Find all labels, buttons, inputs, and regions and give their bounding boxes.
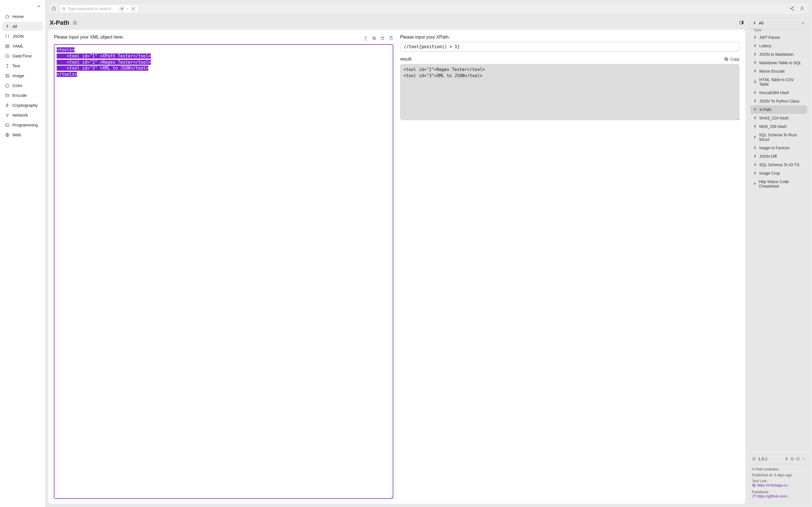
tool-item-label: SQL Schema To IO-TS	[759, 163, 799, 167]
paste-button[interactable]	[389, 36, 393, 41]
info-desc: X-Path evalution	[752, 467, 806, 471]
tool-list-item[interactable]: Keccak384 Hash	[750, 89, 807, 97]
sidebar-collapse-button[interactable]	[37, 4, 41, 9]
tool-list-item[interactable]: Image Crop	[750, 169, 807, 177]
share-icon	[790, 6, 794, 11]
tool-item-label: X-Path	[759, 107, 771, 112]
sidebar-item-all[interactable]: All	[2, 22, 43, 31]
result-box[interactable]: <tool id="2">Regex Tester</tool> <tool i…	[400, 64, 740, 120]
panel-toggle-button[interactable]	[739, 20, 744, 25]
sidebar-item-network[interactable]: Network	[2, 110, 43, 120]
favorite-button[interactable]	[73, 20, 77, 25]
tool-list-item[interactable]: JSON Diff	[750, 152, 807, 161]
sidebar-item-text[interactable]: Text	[2, 61, 43, 70]
copy-xml-button[interactable]	[372, 36, 376, 41]
pin-icon	[753, 124, 757, 128]
sidebar-item-encode[interactable]: Encode	[2, 91, 43, 100]
pin-icon	[753, 44, 757, 48]
pin-icon	[753, 36, 757, 40]
home-icon	[5, 14, 10, 19]
sidebar-item-json[interactable]: JSON	[2, 32, 43, 41]
pin-icon	[753, 116, 757, 120]
copy-icon	[752, 483, 756, 487]
sidebar-item-cryptography[interactable]: Cryptography	[2, 101, 43, 110]
page-header: X-Path	[48, 17, 746, 29]
info-feedback: Feedback: https://github.com/…	[752, 490, 806, 499]
tool-list-item[interactable]: HTML Table to CSV Table	[750, 75, 807, 89]
tool-list-item[interactable]: JSON To Python Class	[750, 97, 807, 105]
chevron-down-icon[interactable]	[802, 457, 806, 461]
tool-item-label: Image Crop	[759, 171, 780, 175]
tool-item-label: Markdown Table to SQL	[759, 61, 801, 65]
sidebar-item-label: Text	[12, 63, 20, 68]
copy-icon	[372, 36, 376, 41]
xml-editor[interactable]: <tools> <tool id="1" >XPath Tester</tool…	[54, 44, 393, 499]
xml-line: <tool id="2" >Regex Tester</tool>	[57, 60, 151, 65]
upload-button[interactable]	[363, 36, 368, 41]
sidebar-item-home[interactable]: Home	[2, 12, 43, 21]
sidebar-item-label: All	[12, 24, 17, 29]
tool-list-item[interactable]: X-Path	[750, 105, 807, 114]
wifi-icon	[5, 113, 10, 117]
tool-panel: Please input your XML object here: <tool…	[48, 29, 746, 504]
home-button[interactable]	[52, 6, 56, 11]
tool-list-item[interactable]: JWT Parser	[750, 33, 807, 42]
svg-rect-5	[6, 74, 9, 77]
tool-list-item[interactable]: Morse Encode	[750, 67, 807, 75]
pin-icon	[753, 91, 757, 95]
tool-list-item[interactable]: SHA3_224 Hash	[750, 114, 807, 122]
sidebar-item-programming[interactable]: Programming	[2, 120, 43, 129]
tool-list-item[interactable]: SQL Schema To Rust Struct	[750, 131, 807, 144]
share-button[interactable]	[789, 5, 795, 13]
copy-result-button[interactable]: Copy	[724, 57, 740, 61]
svg-rect-21	[373, 37, 375, 39]
tool-list-item[interactable]: SQL Schema To IO-TS	[750, 161, 807, 169]
search-input[interactable]	[68, 6, 117, 11]
sidebar-item-label: JSON	[12, 34, 24, 39]
sidebar-item-image[interactable]: Image	[2, 71, 43, 80]
tool-list-item[interactable]: Lottery	[750, 42, 807, 50]
xpath-input[interactable]	[400, 42, 740, 52]
check-circle-icon	[796, 457, 800, 461]
pin-icon	[753, 52, 757, 56]
tool-list-item[interactable]: Http Status Code Cheatsheet	[750, 177, 807, 190]
clear-button[interactable]	[380, 36, 385, 41]
xml-line: <tool id="3" >XML to JSON</tool>	[57, 66, 148, 71]
tool-list-item[interactable]: JSON to Markdown	[750, 50, 807, 59]
pin-icon	[753, 80, 757, 84]
sidebar-item-label: Image	[12, 73, 24, 78]
tool-list[interactable]: Table JWT ParserLotteryJSON to MarkdownM…	[749, 29, 809, 450]
chevron-down-icon	[801, 21, 805, 25]
tool-link[interactable]: https://t.he3app.co…	[752, 483, 791, 487]
feedback-link[interactable]: https://github.com/…	[752, 494, 791, 498]
sidebar-item-web[interactable]: Web	[2, 130, 43, 139]
svg-rect-29	[753, 485, 755, 487]
xml-column: Please input your XML object here: <tool…	[54, 35, 393, 499]
upload-icon	[363, 36, 368, 41]
sidebar-item-color[interactable]: Color	[2, 81, 43, 90]
text-icon	[5, 64, 10, 68]
result-line: <tool id="2">Regex Tester</tool>	[403, 67, 485, 72]
sidebar-item-datetime[interactable]: Date/Time	[2, 51, 43, 61]
sidebar-item-yaml[interactable]: YAML	[2, 41, 43, 51]
pin-icon	[753, 171, 757, 175]
pin-icon	[753, 135, 757, 139]
tool-list-item[interactable]: Image to Favicon	[750, 144, 807, 152]
tool-list-item[interactable]: MD6_256 Hash	[750, 122, 807, 131]
content-card: X-Path Please input your XML object here…	[48, 17, 746, 504]
info-meta-icons	[784, 457, 806, 461]
account-button[interactable]	[799, 5, 806, 13]
user-icon	[800, 6, 804, 11]
search-box[interactable]: ⌘ + K	[59, 4, 139, 13]
svg-point-9	[7, 116, 7, 117]
star-icon	[73, 20, 77, 25]
sidebar-item-label: YAML	[12, 44, 24, 48]
trash-icon	[380, 36, 385, 41]
xpath-label: Please input your XPath:	[400, 35, 740, 40]
grid-icon	[5, 44, 10, 48]
tool-item-label: Keccak384 Hash	[759, 91, 789, 95]
tool-list-item[interactable]: Markdown Table to SQL	[750, 59, 807, 67]
pin-icon	[753, 69, 757, 73]
filter-header[interactable]: All	[749, 18, 809, 29]
color-icon	[5, 83, 10, 88]
